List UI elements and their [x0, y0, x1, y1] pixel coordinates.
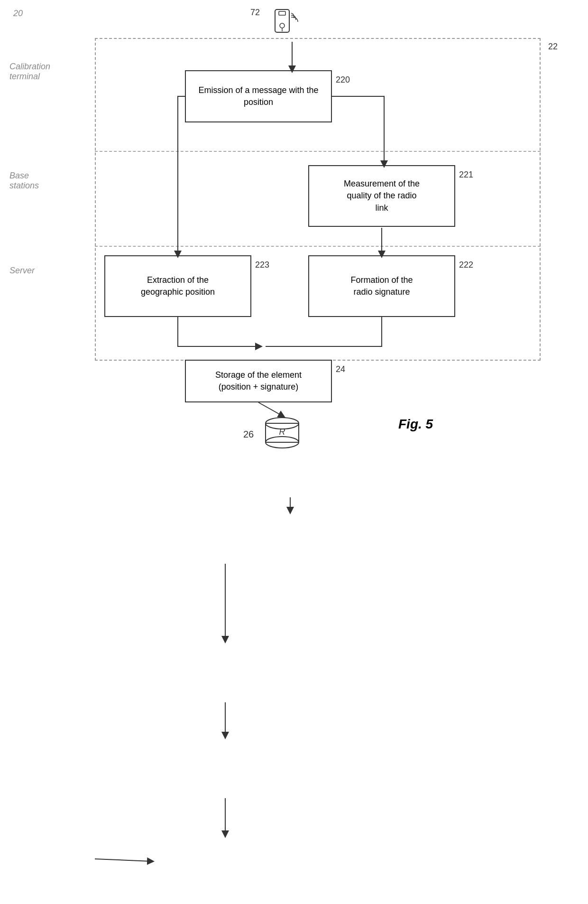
phone-icon-fig5: [266, 5, 299, 42]
fig5-divider-2: [95, 246, 541, 247]
fig5-num-222: 222: [459, 260, 473, 270]
fig5-database-icon: R: [261, 417, 303, 450]
svg-point-2: [280, 23, 285, 28]
fig5-diagram: 20 72 22 Calibrationterminal Basest: [0, 0, 588, 456]
fig5-num-24: 24: [336, 364, 345, 374]
fig6-arrows: [0, 456, 588, 904]
fig5-calibration-terminal-label: Calibrationterminal: [9, 62, 50, 82]
fig5-num-223: 223: [255, 260, 269, 270]
fig5-base-stations-label: Basestations: [9, 171, 39, 191]
fig5-box-220: Emission of a message with the position: [185, 70, 332, 122]
fig5-box-223: Extraction of thegeographic position: [104, 255, 251, 317]
fig5-diagram-number: 20: [13, 9, 23, 19]
fig5-box-222: Formation of theradio signature: [308, 255, 455, 317]
fig5-db-ref: 26: [243, 429, 254, 440]
fig5-outer-label: 22: [548, 42, 558, 52]
fig5-num-220: 220: [336, 75, 350, 85]
fig5-server-label: Server: [9, 266, 35, 276]
fig5-box-24: Storage of the element(position + signat…: [185, 360, 332, 402]
fig5-phone-label: 72: [250, 8, 260, 18]
svg-rect-1: [279, 11, 285, 15]
fig5-num-221: 221: [459, 170, 473, 180]
svg-line-22: [95, 859, 151, 861]
svg-text:R: R: [279, 427, 285, 437]
fig5-divider-1: [95, 151, 541, 152]
svg-line-10: [258, 402, 282, 416]
fig5-box-221: Measurement of thequality of the radioli…: [308, 165, 455, 227]
fig5-caption: Fig. 5: [398, 417, 433, 432]
